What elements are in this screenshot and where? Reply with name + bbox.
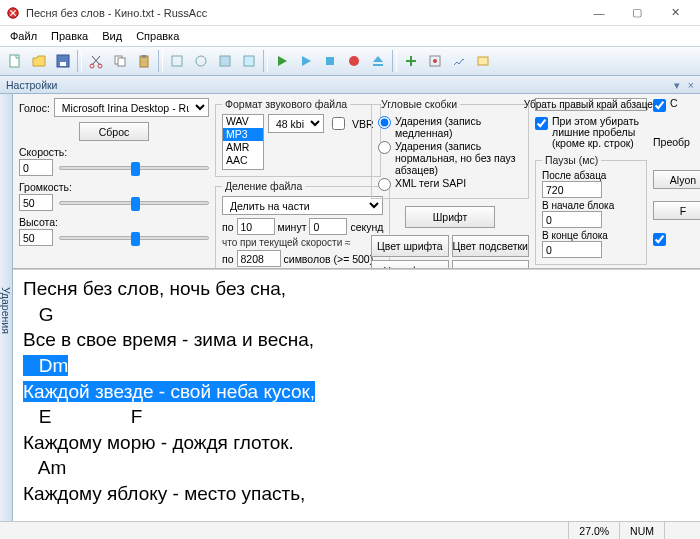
split-chars[interactable]: 8208 [237,250,281,267]
status-bar: 27.0% NUM [0,521,700,539]
right-f-button[interactable]: F [653,201,700,220]
pause-after-para[interactable]: 720 [542,181,602,198]
svg-rect-16 [373,64,383,66]
copy-button[interactable] [109,50,131,72]
toolbar-separator [158,50,163,72]
vbr-checkbox[interactable]: VBR [328,114,374,133]
right-preob: Преобр [653,136,700,148]
tool-f-button[interactable] [448,50,470,72]
pitch-value[interactable] [19,229,53,246]
split-note: что при текущей скорости ≈ [222,237,383,248]
svg-point-11 [196,56,206,66]
menu-file[interactable]: Файл [4,28,43,44]
split-seconds[interactable]: 0 [309,218,347,235]
volume-slider[interactable] [59,201,209,205]
window-title: Песня без слов - Кино.txt - RussAcc [26,7,580,19]
action-a-button[interactable] [166,50,188,72]
cut-button[interactable] [85,50,107,72]
action-c-button[interactable] [214,50,236,72]
text-line: Песня без слов, ночь без сна, [23,276,700,302]
pauses-fieldset: Паузы (мс) После абзаца 720 В начале бло… [535,154,647,265]
svg-rect-19 [478,57,488,65]
right-check-2[interactable] [653,232,700,246]
toolbar-separator [392,50,397,72]
save-button[interactable] [52,50,74,72]
text-line: Am [23,455,700,481]
settings-panel: Голос: Microsoft Irina Desktop - Russian… [13,94,700,269]
svg-rect-10 [172,56,182,66]
svg-rect-12 [220,56,230,66]
brackets-radio-2[interactable]: Ударения (запись нормальная, но без пауз… [378,140,522,176]
pitch-label: Высота: [19,216,209,228]
tool-g-button[interactable] [472,50,494,72]
format-list[interactable]: WAV MP3 AMR AAC [222,114,264,170]
voice-select[interactable]: Microsoft Irina Desktop - Russian [54,98,209,117]
font-button[interactable]: Шрифт [405,206,495,228]
bg-highlight-color-button[interactable]: Цвет фона подсветки [452,260,530,269]
volume-label: Громкость: [19,181,209,193]
text-line: Dm [23,353,700,379]
bg-color-button[interactable]: Цвет фона [371,260,449,269]
menu-edit[interactable]: Правка [45,28,94,44]
play-alt-button[interactable] [295,50,317,72]
pause-block-start[interactable]: 0 [542,211,602,228]
paste-button[interactable] [133,50,155,72]
pause-block-end[interactable]: 0 [542,241,602,258]
highlight-color-button[interactable]: Цвет подсветки [452,235,530,257]
svg-rect-14 [326,57,334,65]
dock-close-icon[interactable]: × [688,79,694,91]
record-button[interactable] [343,50,365,72]
action-d-button[interactable] [238,50,260,72]
play-button[interactable] [271,50,293,72]
svg-rect-13 [244,56,254,66]
svg-point-15 [349,56,359,66]
settings-dock-title: Настройки [6,79,58,91]
text-line: Каждому яблоку - место упасть, [23,481,700,507]
format-fieldset: Формат звукового файла WAV MP3 AMR AAC 4… [215,98,381,177]
status-num: NUM [619,522,664,539]
toolbar [0,46,700,76]
text-line: G [23,302,700,328]
svg-rect-1 [10,55,19,67]
add-button[interactable] [400,50,422,72]
speed-label: Скорость: [19,146,209,158]
right-alyon-button[interactable]: Alyon [653,170,700,189]
brackets-radio-3[interactable]: XML теги SAPI [378,177,522,191]
reset-button[interactable]: Сброс [79,122,149,141]
trim-right-button[interactable]: Убрать правый край абзацев [535,98,647,111]
menu-view[interactable]: Вид [96,28,128,44]
volume-value[interactable] [19,194,53,211]
new-file-button[interactable] [4,50,26,72]
speed-slider[interactable] [59,166,209,170]
text-line: Все в свое время - зима и весна, [23,327,700,353]
menu-bar: Файл Правка Вид Справка [0,26,700,46]
open-file-button[interactable] [28,50,50,72]
split-mode-select[interactable]: Делить на части [222,196,383,215]
maximize-button[interactable]: ▢ [618,2,656,24]
trim-spaces-checkbox[interactable]: При этом убирать лишние пробелы (кроме к… [535,116,647,149]
voice-label: Голос: Microsoft Irina Desktop - Russian [19,98,209,117]
minimize-button[interactable]: — [580,2,618,24]
close-button[interactable]: ✕ [656,2,694,24]
menu-help[interactable]: Справка [130,28,185,44]
split-minutes[interactable]: 10 [237,218,275,235]
toolbar-separator [77,50,82,72]
text-editor[interactable]: Песня без слов, ночь без сна, G Все в св… [13,269,700,521]
brackets-radio-1[interactable]: Ударения (запись медленная) [378,115,522,139]
text-line: Каждому морю - дождя глоток. [23,430,700,456]
speed-value[interactable] [19,159,53,176]
svg-rect-7 [118,58,125,66]
pitch-slider[interactable] [59,236,209,240]
dock-pin-icon[interactable]: ▾ [674,79,680,91]
action-b-button[interactable] [190,50,212,72]
stop-button[interactable] [319,50,341,72]
brackets-fieldset: Угловые скобки Ударения (запись медленна… [371,98,529,199]
bitrate-select[interactable]: 48 kbit [268,114,324,133]
font-color-button[interactable]: Цвет шрифта [371,235,449,257]
eject-button[interactable] [367,50,389,72]
text-line: E F [23,404,700,430]
settings-dock-header: Настройки ▾ × [0,76,700,94]
right-check-c[interactable]: С [653,98,700,112]
tool-e-button[interactable] [424,50,446,72]
accents-side-tab[interactable]: Ударения [0,94,13,521]
